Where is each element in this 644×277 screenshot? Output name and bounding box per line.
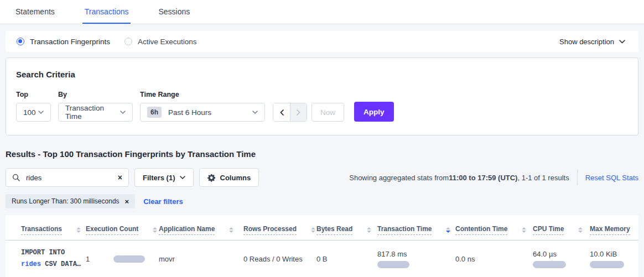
radio-unselected-icon (124, 38, 132, 45)
stats-summary: Showing aggregated stats from 11:00 to 1… (349, 174, 569, 182)
bytes-read-value: 0 B (316, 255, 328, 263)
sort-icon[interactable] (153, 227, 157, 233)
time-range-label: Time Range (140, 91, 265, 98)
by-field: By Transaction Time (58, 91, 133, 122)
stats-suffix: , 1-1 of 1 results (517, 174, 569, 182)
cpu-time-cell: 64.0 µs (533, 250, 585, 268)
search-box[interactable]: × (6, 168, 129, 187)
chevron-down-icon (120, 111, 126, 114)
now-button[interactable]: Now (311, 103, 344, 122)
filters-label: Filters (1) (143, 174, 175, 182)
results-heading: Results - Top 100 Transaction Fingerprin… (6, 149, 638, 159)
chevron-down-icon (252, 111, 258, 114)
transaction-line2-rest: CSV DATA… (41, 260, 81, 268)
chevron-down-icon (180, 176, 185, 179)
contention-time-value: 0.0 ns (455, 255, 475, 263)
show-description-toggle[interactable]: Show description (559, 38, 625, 46)
columns-label: Columns (220, 174, 251, 182)
time-prev-button[interactable] (273, 103, 290, 121)
col-bytes-read[interactable]: Bytes Read (316, 225, 352, 235)
results-table-card: Transactions Execution Count Application… (6, 215, 638, 277)
sort-icon[interactable] (76, 227, 81, 233)
top-select-value: 100 (23, 108, 36, 117)
stats-range: 11:00 to 17:59 (UTC) (449, 174, 517, 182)
tab-transactions[interactable]: Transactions (82, 0, 131, 24)
divider (577, 170, 578, 185)
radio-transaction-fingerprints[interactable]: Transaction Fingerprints (17, 38, 110, 46)
tab-sessions[interactable]: Sessions (156, 0, 192, 24)
search-criteria-title: Search Criteria (16, 70, 628, 79)
cpu-time-bar (533, 261, 566, 268)
sort-icon-active-desc[interactable] (446, 227, 450, 233)
chevron-down-icon (38, 111, 44, 114)
radio-active-executions[interactable]: Active Executions (124, 38, 197, 46)
transaction-link[interactable]: rides (21, 260, 41, 268)
col-application-name[interactable]: Application Name (159, 225, 215, 235)
apply-button[interactable]: Apply (354, 102, 394, 122)
rows-processed-value: 0 Reads / 0 Writes (243, 255, 303, 263)
max-memory-value: 10.0 KiB (590, 250, 617, 258)
table-row: IMPORT INTO rides CSV DATA… 1 movr 0 Rea… (6, 241, 638, 277)
page-tabbar: Statements Transactions Sessions (0, 0, 644, 24)
show-description-label: Show description (559, 38, 614, 46)
tab-statements[interactable]: Statements (13, 0, 57, 24)
transaction-time-bar (377, 261, 409, 268)
top-field: Top 100 (16, 91, 51, 122)
clear-search-icon[interactable]: × (118, 174, 122, 181)
radio-label: Transaction Fingerprints (30, 38, 110, 46)
time-range-badge: 6h (147, 107, 162, 118)
col-transaction-time[interactable]: Transaction Time (377, 225, 432, 235)
time-nav-group (273, 103, 307, 122)
remove-filter-icon[interactable]: × (125, 197, 129, 206)
filter-chip: Runs Longer Than: 300 milliseconds × (6, 194, 135, 208)
by-label: By (58, 91, 133, 98)
results-section: Results - Top 100 Transaction Fingerprin… (6, 149, 638, 208)
top-label: Top (16, 91, 51, 98)
sort-icon[interactable] (311, 227, 315, 233)
sort-icon[interactable] (229, 227, 233, 233)
max-memory-cell: 10.0 KiB (590, 250, 634, 268)
application-name-value: movr (159, 255, 175, 263)
col-contention-time[interactable]: Contention Time (455, 225, 507, 235)
search-criteria-card: Search Criteria Top 100 By Transaction T… (6, 58, 638, 135)
results-table: Transactions Execution Count Application… (6, 215, 638, 277)
gear-icon (207, 174, 216, 182)
transaction-time-cell: 817.8 ms (377, 250, 451, 268)
col-cpu-time[interactable]: CPU Time (533, 225, 564, 235)
col-execution-count[interactable]: Execution Count (86, 225, 138, 235)
sort-icon[interactable] (522, 227, 526, 233)
transaction-line2: rides CSV DATA… (21, 259, 81, 270)
columns-button[interactable]: Columns (199, 168, 259, 187)
by-select[interactable]: Transaction Time (58, 103, 133, 122)
by-select-value: Transaction Time (65, 104, 120, 121)
radio-label: Active Executions (138, 38, 197, 46)
stats-prefix: Showing aggregated stats from (349, 174, 449, 182)
top-select[interactable]: 100 (16, 103, 51, 122)
chevron-down-icon (619, 40, 625, 44)
execution-count-value: 1 (86, 255, 90, 263)
time-range-select[interactable]: 6h Past 6 Hours (140, 103, 265, 122)
table-header-row: Transactions Execution Count Application… (6, 215, 638, 241)
transaction-line1: IMPORT INTO (21, 247, 81, 259)
search-icon (12, 174, 20, 181)
search-input[interactable] (25, 173, 118, 182)
filter-chip-label: Runs Longer Than: 300 milliseconds (12, 197, 120, 205)
time-range-field: Time Range 6h Past 6 Hours (140, 91, 265, 122)
transaction-fingerprint[interactable]: IMPORT INTO rides CSV DATA… (21, 247, 81, 270)
filters-button[interactable]: Filters (1) (134, 168, 194, 187)
radio-selected-icon (17, 38, 24, 45)
col-max-memory[interactable]: Max Memory (590, 225, 630, 235)
execution-count-cell: 1 (86, 255, 154, 263)
max-memory-bar (590, 261, 624, 268)
col-transactions[interactable]: Transactions (21, 225, 62, 235)
cpu-time-value: 64.0 µs (533, 250, 557, 258)
execution-count-bar (113, 255, 145, 263)
time-next-button[interactable] (290, 103, 307, 121)
sort-icon[interactable] (367, 227, 371, 233)
sort-icon[interactable] (578, 227, 583, 233)
view-toggle-strip: Transaction Fingerprints Active Executio… (6, 31, 638, 52)
clear-filters-link[interactable]: Clear filters (143, 197, 183, 206)
reset-sql-stats-link[interactable]: Reset SQL Stats (585, 174, 638, 182)
col-rows-processed[interactable]: Rows Processed (243, 225, 297, 235)
transaction-time-value: 817.8 ms (377, 250, 407, 258)
